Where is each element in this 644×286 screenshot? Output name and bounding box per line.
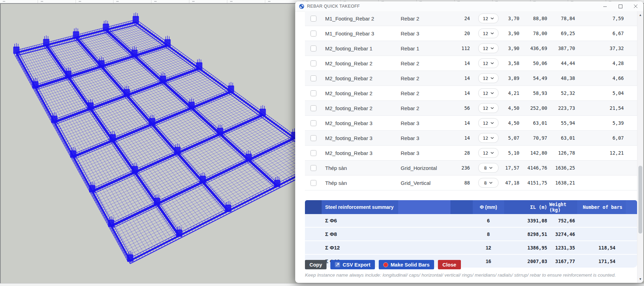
row-checkbox[interactable] (311, 135, 316, 141)
diameter-select[interactable]: 12 (478, 14, 498, 23)
diameter-select[interactable]: 12 (478, 43, 498, 53)
rebar-type: Rebar 3 (398, 150, 450, 156)
row-checkbox[interactable] (311, 60, 316, 66)
table-row: M1_Footing_Rebar 2 Rebar 2 24 12 3,70 88… (305, 11, 637, 26)
rebar-table: M1_Footing_Rebar 2 Rebar 2 24 12 3,70 88… (295, 11, 637, 190)
rebar-type: Rebar 3 (398, 135, 450, 141)
diameter-select[interactable]: 12 (478, 28, 498, 38)
weight-cell: 69,25 (549, 31, 577, 36)
rebar-name: M2_footing_Rebar 1 (322, 46, 398, 51)
weight-cell: 52,32 (549, 90, 577, 96)
table-row: Thép sàn Grid_Horizontal 236 8 17,57 414… (305, 161, 637, 175)
rebar-name: Thép sàn (322, 165, 398, 171)
summary-table: Steel reinforcement summary Φ (mm) ΣL (m… (295, 200, 637, 268)
diameter-select[interactable]: 12 (478, 73, 498, 83)
bars-cell: 5,39 (577, 120, 626, 126)
summary-diameter: 6 (473, 218, 504, 223)
weight-cell: 44,44 (549, 60, 577, 66)
diameter-select[interactable]: 12 (478, 148, 498, 158)
close-icon[interactable] (628, 1, 643, 11)
bars-cell: 7,59 (577, 16, 626, 21)
summary-row: Σ Φ6 6 3391,08 752,66 (305, 214, 637, 228)
table-row: M2_footing_Rebar 2 Rebar 2 56 12 4,50 25… (305, 101, 637, 116)
unit-length-cell: 3,90 (504, 31, 521, 36)
rebar-type: Grid_Horizontal (398, 165, 450, 171)
view-control-strip (0, 283, 644, 286)
diameter-select[interactable]: 8 (478, 163, 498, 173)
weight-cell: 48,38 (549, 75, 577, 81)
app-icon (299, 4, 304, 9)
summary-weight: 3274,46 (549, 231, 577, 237)
weight-cell: 63,01 (549, 135, 577, 141)
rebar-takeoff-dialog: REBAR QUICK TAKEOFF M1_Footing_Rebar 2 R… (295, 1, 643, 283)
rebar-type: Rebar 2 (398, 75, 450, 81)
row-checkbox[interactable] (311, 150, 316, 156)
unit-length-cell: 3,58 (504, 60, 521, 66)
rebar-type: Grid_Vertical (398, 180, 450, 186)
summary-header-length: ΣL (m) (521, 200, 549, 214)
row-checkbox[interactable] (311, 16, 316, 22)
table-row: M2_footing_Rebar 3 Rebar 3 14 12 4,50 63… (305, 116, 637, 131)
summary-diameter: 16 (473, 259, 504, 264)
dialog-titlebar[interactable]: REBAR QUICK TAKEOFF (295, 1, 643, 11)
total-length-cell: 252,00 (521, 105, 549, 111)
scroll-down-icon[interactable]: ▼ (637, 277, 643, 281)
close-button[interactable]: Close (438, 260, 461, 269)
rebar-name: M1_Footing_Rebar 2 (322, 16, 398, 22)
total-length-cell: 63,01 (521, 120, 549, 126)
summary-header-bars: Number of bars (577, 200, 626, 214)
weight-cell: 126,78 (549, 150, 577, 156)
diameter-select[interactable]: 12 (478, 88, 498, 98)
table-row: M2_footing_Rebar 3 Rebar 3 14 12 5,07 70… (305, 131, 637, 146)
csv-export-button[interactable]: CSV Export (330, 260, 375, 269)
unit-length-cell: 5,07 (504, 135, 521, 141)
row-checkbox[interactable] (311, 120, 316, 126)
unit-length-cell: 4,50 (504, 105, 521, 111)
dialog-scrollbar[interactable]: ▲ ▼ (637, 11, 643, 283)
rebar-type: Rebar 2 (398, 60, 450, 66)
scroll-up-icon[interactable]: ▲ (637, 13, 643, 17)
row-checkbox[interactable] (311, 180, 316, 186)
maximize-icon[interactable] (613, 1, 628, 11)
rebar-type: Rebar 2 (398, 16, 450, 22)
row-checkbox[interactable] (311, 75, 316, 81)
row-checkbox[interactable] (311, 165, 316, 171)
table-row: M2_footing_Rebar 2 Rebar 2 14 12 3,58 50… (305, 56, 637, 71)
unit-length-cell: 3,90 (504, 46, 521, 51)
row-checkbox[interactable] (311, 105, 316, 111)
table-row: M2_footing_Rebar 1 Rebar 1 112 12 3,90 4… (305, 41, 637, 56)
make-solid-bars-button[interactable]: Make Solid Bars (379, 260, 434, 269)
row-checkbox[interactable] (311, 46, 316, 51)
count-cell: 14 (450, 90, 473, 96)
diameter-select[interactable]: 12 (478, 103, 498, 113)
summary-weight: 752,66 (549, 218, 577, 223)
table-row: M2_footing_Rebar 2 Rebar 2 14 12 4,21 58… (305, 86, 637, 101)
count-cell: 14 (450, 60, 473, 66)
summary-length: 8298,51 (521, 231, 549, 237)
count-cell: 236 (450, 165, 473, 171)
diameter-select[interactable]: 12 (478, 58, 498, 68)
diameter-select[interactable]: 12 (478, 133, 498, 143)
copy-button[interactable]: Copy (305, 260, 327, 269)
rebar-name: Thép sàn (322, 180, 398, 186)
solid-bar-icon (383, 262, 388, 267)
rebar-type: Rebar 2 (398, 105, 450, 111)
rebar-type: Rebar 2 (398, 90, 450, 96)
count-cell: 56 (450, 105, 473, 111)
summary-label: Σ Φ8 (322, 231, 398, 237)
diameter-select[interactable]: 12 (478, 118, 498, 128)
minimize-icon[interactable] (597, 1, 613, 11)
count-cell: 20 (450, 31, 473, 36)
rebar-name: M2_footing_Rebar 2 (322, 105, 398, 111)
rebar-type: Rebar 3 (398, 31, 450, 36)
scrollbar-thumb[interactable] (638, 166, 642, 234)
unit-length-cell: 4,21 (504, 90, 521, 96)
row-checkbox[interactable] (311, 90, 316, 96)
row-checkbox[interactable] (311, 31, 316, 36)
diameter-select[interactable]: 8 (478, 178, 498, 188)
total-length-cell: 4151,75 (521, 180, 549, 186)
rebar-name: M2_footing_Rebar 3 (322, 120, 398, 126)
total-length-cell: 88,80 (521, 16, 549, 21)
bars-cell: 37,32 (577, 46, 626, 51)
count-cell: 14 (450, 135, 473, 141)
